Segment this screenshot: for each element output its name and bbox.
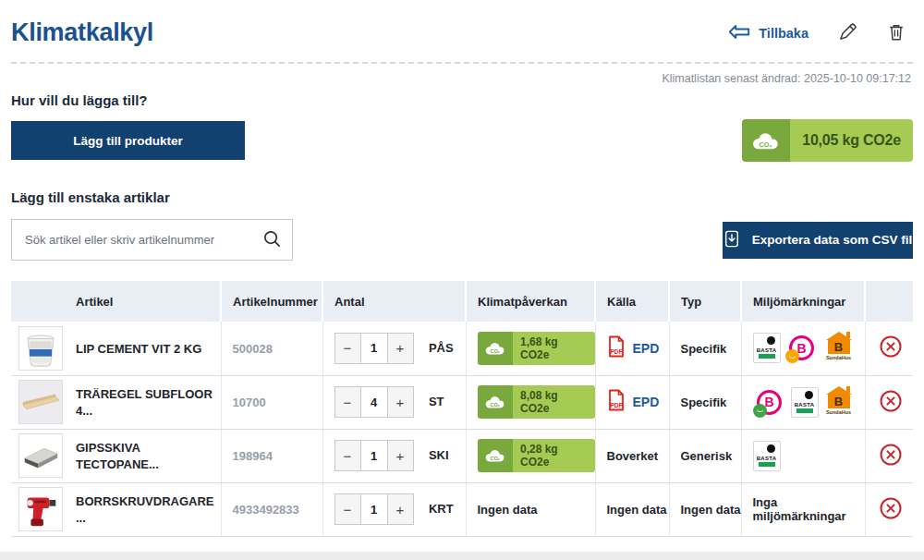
co2-value: 0,28 kg CO2e — [513, 439, 595, 472]
quantity-cell: −1+ PÅS — [322, 322, 466, 375]
increase-quantity-button[interactable]: + — [388, 387, 413, 417]
quantity-value[interactable]: 1 — [360, 441, 388, 470]
header-miljomarkningar: Miljömärkningar — [741, 281, 865, 322]
product-name: TRÄREGEL SUBFLOOR 4... — [76, 387, 213, 418]
unit-label: KRT — [429, 502, 454, 516]
source-cell: Boverket — [595, 429, 669, 482]
type-text: Specifik — [681, 396, 727, 409]
co2-cloud-icon: CO₂ — [742, 119, 790, 162]
increase-quantity-button[interactable]: + — [388, 334, 413, 363]
total-co2-badge: CO₂ 10,05 kg CO2e — [742, 119, 913, 162]
header-antal: Antal — [322, 281, 466, 322]
basta-badge-icon: BASTA — [753, 333, 781, 363]
add-products-button[interactable]: Lägg till produkter — [11, 121, 245, 160]
decrease-quantity-button[interactable]: − — [335, 334, 360, 363]
product-thumbnail — [18, 433, 63, 478]
product-name-cell: TRÄREGEL SUBFLOOR 4... — [68, 375, 221, 429]
header-typ: Typ — [669, 281, 741, 322]
article-number-cell: 198964 — [221, 429, 322, 482]
page-title: Klimatkalkyl — [11, 18, 153, 47]
svg-text:PDF: PDF — [610, 402, 622, 408]
article-number-cell: 10700 — [221, 375, 322, 429]
header-actions: Tillbaka — [727, 22, 913, 44]
product-thumbnail-cell — [11, 322, 68, 375]
export-csv-button[interactable]: Exportera data som CSV fil — [723, 222, 913, 259]
climate-impact-cell: CO₂ 1,68 kg CO2e — [466, 322, 595, 375]
edit-button[interactable] — [838, 22, 857, 44]
add-heading: Hur vill du lägga till? — [11, 92, 913, 108]
svg-text:CO₂: CO₂ — [490, 456, 500, 461]
remove-row-button[interactable] — [879, 335, 903, 361]
quantity-value[interactable]: 1 — [360, 334, 388, 363]
epd-link[interactable]: EPD — [633, 395, 660, 409]
co2-value: 1,68 kg CO2e — [513, 332, 595, 365]
quantity-cell: −1+ SKI — [322, 429, 466, 482]
eco-labels-cell: BASTA — [741, 429, 865, 482]
table-body: LIP CEMENT VIT 2 KG 500028 −1+ PÅS CO₂ 1… — [11, 322, 913, 536]
remove-row-button[interactable] — [879, 443, 903, 469]
header-artikelnummer: Artikelnummer — [221, 281, 322, 322]
remove-circle-x-icon — [879, 335, 903, 361]
download-file-icon — [723, 230, 740, 250]
quantity-value[interactable]: 1 — [360, 494, 388, 524]
quantity-value[interactable]: 4 — [360, 387, 388, 417]
source-text: Ingen data — [607, 503, 667, 517]
remove-cell — [865, 429, 913, 482]
svg-text:CO₂: CO₂ — [490, 348, 500, 354]
table-row: BORRSKRUVDRAGARE ... 4933492833 −1+ KRT … — [11, 482, 913, 536]
export-csv-label: Exportera data som CSV fil — [752, 233, 912, 247]
header-klimatpaverkan: Klimatpåverkan — [466, 281, 595, 322]
source-cell: Ingen data — [595, 482, 669, 536]
remove-cell — [865, 482, 913, 536]
product-name: LIP CEMENT VIT 2 KG — [76, 342, 201, 356]
sundahus-badge-icon: BSundaHus — [823, 332, 855, 364]
last-changed-timestamp: Klimatlistan senast ändrad: 2025-10-10 0… — [11, 72, 913, 85]
search-field — [11, 219, 293, 261]
type-cell: Generisk — [669, 429, 741, 482]
remove-cell — [865, 375, 913, 429]
remove-row-button[interactable] — [879, 389, 903, 416]
product-name: BORRSKRUVDRAGARE ... — [76, 494, 214, 525]
product-thumbnail — [18, 380, 63, 424]
quantity-stepper[interactable]: −1+ — [334, 333, 414, 364]
remove-cell — [865, 322, 913, 375]
articles-table: Artikel Artikelnummer Antal Klimatpåverk… — [11, 281, 913, 537]
quantity-stepper[interactable]: −4+ — [334, 386, 414, 418]
decrease-quantity-button[interactable]: − — [335, 387, 360, 417]
header-actions — [865, 281, 913, 322]
increase-quantity-button[interactable]: + — [388, 441, 413, 470]
article-number: 500028 — [233, 342, 273, 356]
table-header-row: Artikel Artikelnummer Antal Klimatpåverk… — [11, 281, 913, 322]
type-cell: Specifik — [669, 375, 741, 429]
quantity-stepper[interactable]: −1+ — [334, 493, 414, 525]
eco-labels: BBASTABSundaHus — [753, 386, 865, 419]
epd-link[interactable]: EPD — [633, 341, 660, 356]
article-number-cell: 500028 — [221, 322, 322, 375]
unit-label: PÅS — [429, 341, 454, 355]
type-cell: Ingen data — [669, 482, 741, 536]
back-label: Tillbaka — [759, 26, 808, 41]
product-thumbnail — [18, 326, 63, 371]
svg-text:CO₂: CO₂ — [760, 140, 772, 149]
no-climate-data-text: Ingen data — [478, 503, 538, 517]
increase-quantity-button[interactable]: + — [388, 494, 413, 524]
remove-row-button[interactable] — [879, 496, 903, 523]
eco-labels-cell: Inga miljömärkningar — [741, 482, 865, 536]
search-input[interactable] — [11, 219, 293, 261]
decrease-quantity-button[interactable]: − — [335, 441, 360, 470]
back-link[interactable]: Tillbaka — [727, 24, 808, 43]
quantity-stepper[interactable]: −1+ — [334, 440, 414, 471]
co2-badge: CO₂ 1,68 kg CO2e — [478, 332, 595, 365]
eco-labels: BASTA — [753, 441, 865, 471]
co2-badge: CO₂ 0,28 kg CO2e — [478, 439, 595, 472]
product-name-cell: BORRSKRUVDRAGARE ... — [68, 482, 221, 536]
pencil-icon — [838, 22, 857, 44]
search-button[interactable] — [262, 229, 282, 251]
basta-badge-icon: BASTA — [753, 441, 781, 471]
co2-value: 8,08 kg CO2e — [513, 385, 595, 419]
product-thumbnail-cell — [11, 429, 68, 482]
delete-list-button[interactable] — [887, 22, 906, 44]
type-text: Generisk — [681, 449, 733, 463]
decrease-quantity-button[interactable]: − — [335, 494, 360, 524]
co2-cloud-icon: CO₂ — [478, 439, 513, 472]
